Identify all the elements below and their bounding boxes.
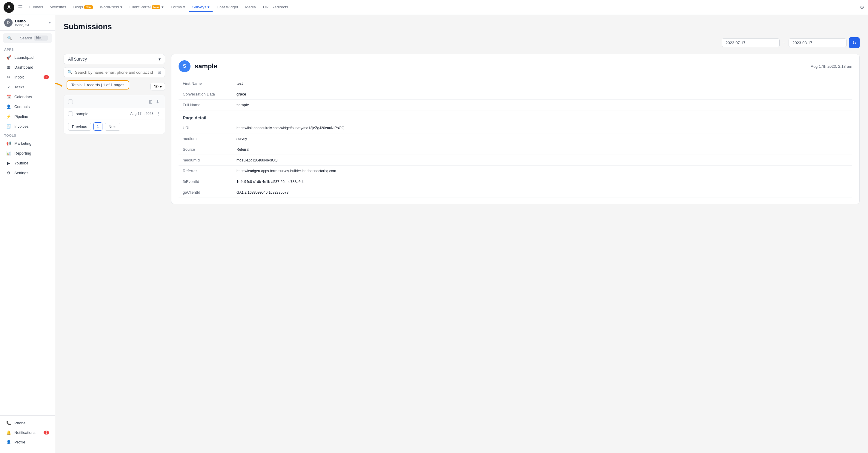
date-arrow-icon: → xyxy=(782,40,786,45)
date-end-input[interactable] xyxy=(788,38,846,47)
field-value: GA1.2.1633099046.1682385578 xyxy=(232,187,852,198)
sidebar-item-settings[interactable]: ⚙ Settings xyxy=(2,168,53,177)
field-key: Full Name xyxy=(179,100,232,110)
field-value: test xyxy=(232,78,852,89)
page-detail-row: Referrerhttps://leadgen-apps-form-survey… xyxy=(179,166,852,176)
filter-icon[interactable]: ⊞ xyxy=(158,70,161,75)
sidebar-item-inbox[interactable]: ✉ Inbox 0 xyxy=(2,72,53,82)
search-bar: 🔍 ⊞ xyxy=(64,67,165,77)
page-title: Submissions xyxy=(64,22,860,31)
nav-forms[interactable]: Forms ▾ xyxy=(168,3,188,12)
sidebar-item-contacts[interactable]: 👤 Contacts xyxy=(2,102,53,111)
blogs-new-badge: New xyxy=(84,5,93,9)
per-page-select[interactable]: 10 ▾ xyxy=(151,83,165,90)
nav-wordpress[interactable]: WordPress ▾ xyxy=(97,3,125,12)
sidebar-item-label: Tasks xyxy=(14,85,24,89)
sidebar-item-label: Invoices xyxy=(14,124,29,129)
calendars-icon: 📅 xyxy=(6,95,11,99)
submission-header: S sample Aug 17th 2023, 2:18 am xyxy=(179,60,852,72)
sidebar-item-label: Settings xyxy=(14,171,28,175)
client-portal-badge: New xyxy=(152,5,160,9)
page-detail-table: URLhttps://link.goacquirely.com/widget/s… xyxy=(179,123,852,198)
inbox-badge: 0 xyxy=(43,75,49,79)
content-row: All Survey ▾ 🔍 ⊞ xyxy=(64,54,860,204)
notifications-icon: 🔔 xyxy=(6,430,11,435)
nav-url-redirects[interactable]: URL Redirects xyxy=(260,3,291,12)
sidebar-item-profile[interactable]: 👤 Profile xyxy=(2,438,53,447)
nav-media[interactable]: Media xyxy=(242,3,258,12)
sidebar-item-pipeline[interactable]: ⚡ Pipeline xyxy=(2,112,53,121)
sidebar-item-youtube[interactable]: ▶ Youtube xyxy=(2,158,53,168)
field-key: First Name xyxy=(179,78,232,89)
nav-funnels[interactable]: Funnels xyxy=(26,3,46,12)
nav-websites[interactable]: Websites xyxy=(47,3,69,12)
sidebar-item-label: Notifications xyxy=(14,430,35,435)
search-bar-icon: 🔍 xyxy=(67,70,72,75)
sidebar-item-label: Dashboard xyxy=(14,65,33,69)
sidebar-item-marketing[interactable]: 📢 Marketing xyxy=(2,139,53,148)
field-value: https://leadgen-apps-form-survey-builder… xyxy=(232,166,852,176)
sidebar-item-reporting[interactable]: 📊 Reporting xyxy=(2,149,53,158)
next-button[interactable]: Next xyxy=(105,123,121,131)
per-page-chevron-icon: ▾ xyxy=(160,84,162,89)
survey-select[interactable]: All Survey ▾ xyxy=(64,54,165,64)
pipeline-icon: ⚡ xyxy=(6,114,11,119)
field-key: mediumId xyxy=(179,155,232,166)
date-start-input[interactable] xyxy=(722,38,780,47)
main-content: Submissions → ↻ All Survey ▾ 🔍 ⊞ xyxy=(55,15,868,453)
nav-blogs[interactable]: Blogs New xyxy=(70,3,96,12)
row-menu-icon[interactable]: ⋮ xyxy=(156,111,161,116)
page-detail-row: mediumsurvey xyxy=(179,133,852,144)
sidebar-item-label: Launchpad xyxy=(14,55,33,60)
download-button[interactable]: ⬇ xyxy=(154,98,161,106)
nav-chat-widget[interactable]: Chat Widget xyxy=(214,3,241,12)
detail-row: Full Name sample xyxy=(179,100,852,110)
sidebar-item-notifications[interactable]: 🔔 Notifications 5 xyxy=(2,428,53,437)
phone-icon: 📞 xyxy=(6,421,11,425)
field-key: Referrer xyxy=(179,166,232,176)
search-input[interactable] xyxy=(75,70,155,75)
detail-row: Conversation Data grace xyxy=(179,89,852,100)
submission-avatar: S xyxy=(179,60,190,72)
survey-select-chevron-icon: ▾ xyxy=(159,57,161,62)
marketing-icon: 📢 xyxy=(6,141,11,145)
field-value: grace xyxy=(232,89,852,100)
nav-client-portal[interactable]: Client Portal New ▾ xyxy=(127,3,166,12)
sidebar-item-label: Inbox xyxy=(14,75,24,79)
search-button[interactable]: 🔍 Search ⌘K xyxy=(3,33,52,43)
row-date: Aug 17th 2023 xyxy=(130,111,153,116)
sidebar-item-dashboard[interactable]: ▦ Dashboard xyxy=(2,63,53,72)
select-all-checkbox[interactable] xyxy=(68,99,73,104)
settings-gear-icon[interactable]: ⚙ xyxy=(860,4,864,11)
sidebar-item-label: Youtube xyxy=(14,161,28,165)
sidebar-item-label: Profile xyxy=(14,440,25,444)
page-detail-row: mediumIdmo13jeZgJ20euuNIPsOQ xyxy=(179,155,852,166)
reporting-icon: 📊 xyxy=(6,151,11,156)
pagination: Previous 1 Next xyxy=(64,119,165,134)
refresh-button[interactable]: ↻ xyxy=(849,37,860,48)
submission-date: Aug 17th 2023, 2:18 am xyxy=(811,64,852,69)
field-key: URL xyxy=(179,123,232,133)
nav-surveys[interactable]: Surveys ▾ xyxy=(189,3,213,12)
prev-button[interactable]: Previous xyxy=(68,123,91,131)
field-key: medium xyxy=(179,133,232,144)
sidebar-item-phone[interactable]: 📞 Phone xyxy=(2,418,53,428)
table-row[interactable]: sample Aug 17th 2023 ⋮ xyxy=(64,108,165,119)
sidebar-item-launchpad[interactable]: 🚀 Launchpad xyxy=(2,53,53,62)
delete-button[interactable]: 🗑 xyxy=(147,98,154,106)
detail-row: First Name test xyxy=(179,78,852,89)
detail-table: First Name test Conversation Data grace … xyxy=(179,78,852,110)
field-value: 1e4c94c8-c1db-4e1b-a537-29dbd788a6eb xyxy=(232,176,852,187)
left-panel: All Survey ▾ 🔍 ⊞ xyxy=(64,54,165,204)
per-page-value: 10 xyxy=(154,84,159,89)
sidebar-item-invoices[interactable]: 🧾 Invoices xyxy=(2,122,53,131)
submissions-table: 🗑 ⬇ sample Aug 17th 2023 ⋮ Previous 1 Ne… xyxy=(64,95,165,134)
sidebar-item-tasks[interactable]: ✓ Tasks xyxy=(2,83,53,92)
user-profile[interactable]: D Demo Irvine, CA ▾ xyxy=(0,15,55,31)
search-kbd: ⌘K xyxy=(34,35,48,41)
row-checkbox[interactable] xyxy=(68,111,73,116)
hamburger-menu[interactable]: ☰ xyxy=(18,4,23,11)
current-page: 1 xyxy=(93,122,102,131)
sidebar-item-calendars[interactable]: 📅 Calendars xyxy=(2,92,53,101)
page-detail-title: Page detail xyxy=(179,115,852,120)
